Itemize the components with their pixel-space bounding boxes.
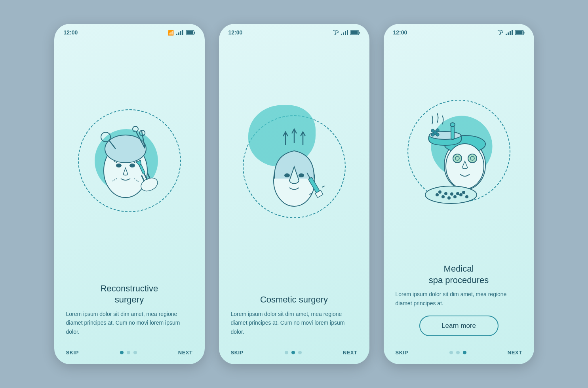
svg-point-15 <box>131 126 139 133</box>
dot-3-3 <box>463 351 466 354</box>
screen-desc-2: Lorem ipsum dolor sit dim amet, mea regi… <box>231 310 358 336</box>
learn-more-button[interactable]: Learn more <box>419 316 499 336</box>
screen-desc-3: Lorem ipsum dolor sit dim amet, mea regi… <box>396 290 522 308</box>
screen-1: 12:00 📶 <box>54 24 205 364</box>
svg-rect-52 <box>516 31 522 34</box>
svg-point-58 <box>468 154 477 163</box>
dot-2-1 <box>285 351 288 354</box>
dot-3-2 <box>456 351 460 354</box>
skip-btn-3[interactable]: SKIP <box>396 350 408 356</box>
dot-1-2 <box>127 351 130 354</box>
svg-point-10 <box>130 164 135 167</box>
svg-point-79 <box>436 133 439 136</box>
signal-icon-1 <box>176 30 183 35</box>
status-bar-2: 12:00 <box>219 24 369 39</box>
illustration-3 <box>384 39 534 263</box>
svg-rect-51 <box>523 32 524 34</box>
svg-point-63 <box>448 197 450 199</box>
battery-icon-3 <box>515 30 525 35</box>
status-bar-3: 12:00 <box>384 24 534 39</box>
illustration-2 <box>219 39 369 294</box>
svg-rect-28 <box>343 32 344 35</box>
next-btn-1[interactable]: NEXT <box>178 350 193 356</box>
dots-1 <box>120 351 137 354</box>
svg-point-65 <box>460 194 462 196</box>
svg-point-67 <box>439 191 441 193</box>
svg-rect-48 <box>510 31 511 35</box>
svg-point-78 <box>431 133 434 136</box>
svg-rect-2 <box>180 31 181 35</box>
svg-illus-2 <box>239 111 350 222</box>
time-3: 12:00 <box>393 29 407 36</box>
svg-rect-6 <box>186 31 193 34</box>
svg-rect-27 <box>341 34 342 35</box>
svg-illus-1 <box>74 105 185 216</box>
content-1: Reconstructive surgery Lorem ipsum dolor… <box>54 283 205 344</box>
svg-point-69 <box>451 193 453 195</box>
svg-point-55 <box>446 144 484 189</box>
svg-point-62 <box>442 196 444 198</box>
next-btn-2[interactable]: NEXT <box>343 350 358 356</box>
wifi-icon-1: 📶 <box>167 30 174 36</box>
status-icons-3 <box>496 30 525 35</box>
svg-rect-49 <box>512 30 513 35</box>
svg-point-77 <box>436 129 439 132</box>
dots-2 <box>285 351 302 354</box>
svg-rect-3 <box>182 30 183 35</box>
status-bar-1: 12:00 📶 <box>54 24 205 39</box>
dot-1-1 <box>120 351 124 354</box>
dot-1-3 <box>133 351 137 354</box>
screen-desc-1: Lorem ipsum dolor sit dim amet, mea regi… <box>66 310 193 336</box>
illustration-1 <box>54 39 205 283</box>
dot-3-1 <box>449 351 453 354</box>
svg-line-44 <box>322 186 324 187</box>
screens-container: 12:00 📶 <box>54 24 534 364</box>
svg-rect-46 <box>506 34 507 35</box>
battery-icon-2 <box>350 30 360 35</box>
screen-title-3: Medical spa procedures <box>396 263 522 286</box>
svg-point-70 <box>457 192 459 195</box>
screen-2: 12:00 <box>219 24 369 364</box>
svg-point-64 <box>454 196 456 198</box>
battery-icon-1 <box>186 30 195 35</box>
screen-title-2: Cosmetic surgery <box>231 294 358 306</box>
content-2: Cosmetic surgery Lorem ipsum dolor sit d… <box>219 294 369 344</box>
svg-rect-47 <box>508 32 509 35</box>
svg-rect-0 <box>176 34 177 35</box>
status-icons-1: 📶 <box>167 30 195 36</box>
svg-rect-29 <box>345 31 346 35</box>
dot-2-2 <box>291 351 295 354</box>
status-icons-2 <box>331 30 360 35</box>
screen-title-1: Reconstructive surgery <box>66 283 193 306</box>
svg-point-36 <box>299 174 304 177</box>
svg-line-22 <box>147 173 150 179</box>
svg-rect-1 <box>178 32 179 35</box>
time-2: 12:00 <box>228 29 243 36</box>
svg-point-74 <box>450 123 455 127</box>
svg-rect-73 <box>451 126 454 139</box>
signal-icon-2 <box>341 30 348 35</box>
bottom-nav-1: SKIP NEXT <box>54 344 205 364</box>
svg-point-66 <box>466 196 468 198</box>
signal-icon-3 <box>506 30 513 35</box>
svg-rect-33 <box>351 31 358 34</box>
svg-illus-3 <box>403 96 514 207</box>
next-btn-3[interactable]: NEXT <box>508 350 522 356</box>
svg-point-9 <box>116 164 121 167</box>
svg-rect-5 <box>194 32 195 34</box>
content-3: Medical spa procedures Lorem ipsum dolor… <box>384 263 534 344</box>
svg-point-35 <box>285 174 289 177</box>
svg-point-76 <box>431 129 434 132</box>
bottom-nav-3: SKIP NEXT <box>384 344 534 364</box>
bottom-nav-2: SKIP NEXT <box>219 344 369 364</box>
wifi-icon-2 <box>331 30 339 35</box>
svg-point-56 <box>453 154 462 163</box>
skip-btn-1[interactable]: SKIP <box>66 350 79 356</box>
svg-point-71 <box>462 191 465 194</box>
time-1: 12:00 <box>64 29 78 36</box>
dot-2-3 <box>298 351 302 354</box>
screen-3: 12:00 <box>384 24 534 364</box>
skip-btn-2[interactable]: SKIP <box>231 350 244 356</box>
wifi-icon-3 <box>496 30 503 35</box>
svg-rect-32 <box>359 32 360 34</box>
